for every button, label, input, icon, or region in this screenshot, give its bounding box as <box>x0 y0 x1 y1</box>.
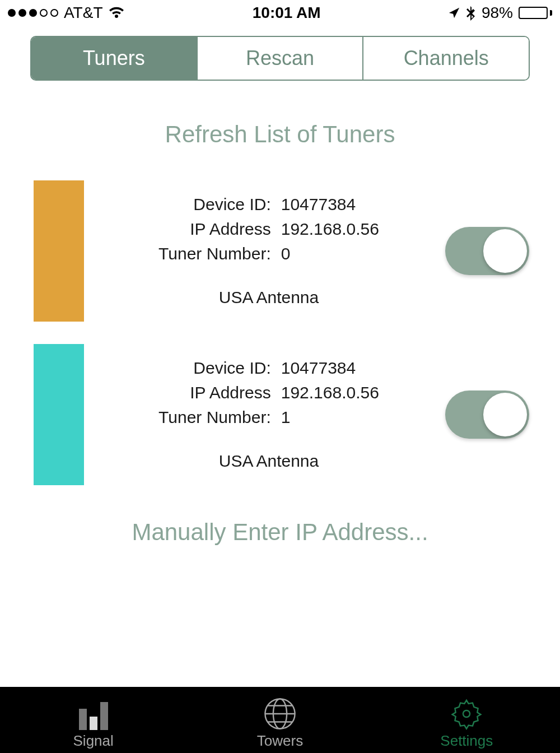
ip-address-label: IP Address <box>158 220 271 239</box>
antenna-label: USA Antenna <box>106 288 431 307</box>
clock: 10:01 AM <box>253 4 321 22</box>
tab-bar-signal[interactable]: Signal <box>0 687 186 753</box>
battery-percent: 98% <box>482 4 513 22</box>
ip-address-label: IP Address <box>158 383 271 402</box>
bars-icon <box>79 695 108 730</box>
location-icon <box>448 7 460 19</box>
carrier-label: AT&T <box>64 4 102 22</box>
globe-icon <box>264 695 296 730</box>
antenna-label: USA Antenna <box>106 452 431 471</box>
tab-bar-towers[interactable]: Towers <box>186 687 373 753</box>
tuner-enable-toggle[interactable] <box>445 227 529 275</box>
tuner-row: Device ID: 10477384 IP Address 192.168.0… <box>0 180 560 322</box>
manual-ip-button[interactable]: Manually Enter IP Address... <box>0 519 560 546</box>
tuner-number-label: Tuner Number: <box>158 244 271 263</box>
bluetooth-icon <box>466 5 476 21</box>
tuner-number-label: Tuner Number: <box>158 408 271 427</box>
segmented-control: Tuners Rescan Channels <box>30 36 530 81</box>
battery-icon <box>519 7 552 19</box>
tuner-list: Device ID: 10477384 IP Address 192.168.0… <box>0 180 560 485</box>
device-id-value: 10477384 <box>281 359 379 378</box>
tab-rescan[interactable]: Rescan <box>197 37 363 80</box>
tuner-row: Device ID: 10477384 IP Address 192.168.0… <box>0 344 560 485</box>
tuner-color-bar <box>34 180 84 322</box>
gear-icon <box>450 695 483 730</box>
wifi-icon <box>108 6 125 20</box>
tuner-color-bar <box>34 344 84 485</box>
refresh-tuners-button[interactable]: Refresh List of Tuners <box>0 121 560 148</box>
svg-point-3 <box>463 710 470 717</box>
cellular-signal-icon <box>8 9 58 17</box>
tab-bar: Signal Towers Settings <box>0 687 560 753</box>
tuner-number-value: 1 <box>281 408 379 427</box>
device-id-label: Device ID: <box>158 359 271 378</box>
tuner-info: Device ID: 10477384 IP Address 192.168.0… <box>106 195 431 307</box>
tuner-enable-toggle[interactable] <box>445 391 529 439</box>
tuner-info: Device ID: 10477384 IP Address 192.168.0… <box>106 359 431 471</box>
device-id-label: Device ID: <box>158 195 271 214</box>
ip-address-value: 192.168.0.56 <box>281 383 379 402</box>
tab-channels[interactable]: Channels <box>362 37 529 80</box>
ip-address-value: 192.168.0.56 <box>281 220 379 239</box>
status-bar: AT&T 10:01 AM 98% <box>0 0 560 26</box>
status-left: AT&T <box>8 4 125 22</box>
tab-tuners[interactable]: Tuners <box>31 37 197 80</box>
status-right: 98% <box>448 4 552 22</box>
device-id-value: 10477384 <box>281 195 379 214</box>
tab-bar-settings[interactable]: Settings <box>374 687 560 753</box>
tuner-number-value: 0 <box>281 244 379 263</box>
